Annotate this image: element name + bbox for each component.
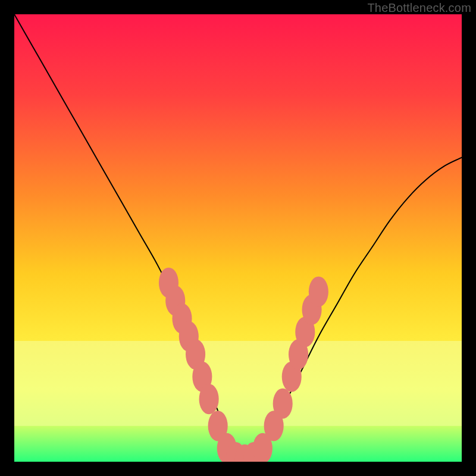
chart-frame xyxy=(14,14,462,462)
highlight-band xyxy=(14,341,462,426)
chart-plot xyxy=(14,14,462,462)
marker-dot xyxy=(273,389,293,419)
watermark-text: TheBottleneck.com xyxy=(367,1,471,15)
marker-dot xyxy=(199,384,219,414)
chart-svg xyxy=(14,14,462,462)
marker-dot xyxy=(309,277,328,307)
